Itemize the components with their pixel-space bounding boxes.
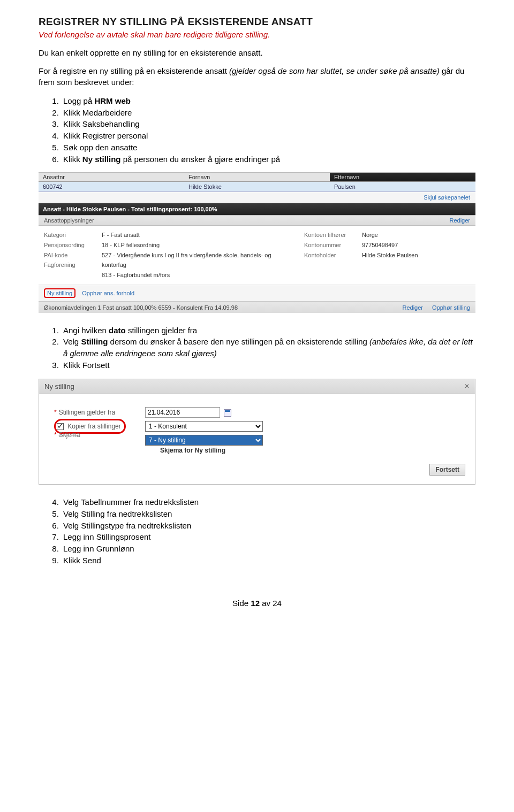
opphor-ans-forhold-link[interactable]: Opphør ans. forhold xyxy=(82,290,134,296)
list-item: Klikk Fortsett xyxy=(61,359,475,371)
detail-values-right: Norge 97750498497 Hilde Stokke Paulsen xyxy=(362,230,432,280)
action-links-row: Ny stilling Opphør ans. forhold xyxy=(39,285,475,302)
label-skjema: * Skjema xyxy=(54,431,145,439)
list-item: Velg Stillingstype fra nedtrekkslisten xyxy=(61,520,475,532)
edit-link[interactable]: Rediger xyxy=(449,217,470,224)
position-summary: Økonomiavdelingen 1 Fast ansatt 100,00% … xyxy=(44,304,238,311)
employee-details: Kategori Pensjonsording PAI-kode Fagfore… xyxy=(39,226,475,285)
edit-position-link[interactable]: Rediger xyxy=(402,304,423,311)
list-item: Logg på HRM web xyxy=(61,95,475,107)
position-row: Økonomiavdelingen 1 Fast ansatt 100,00% … xyxy=(39,302,475,313)
detail-labels-right: Kontoen tilhører Kontonummer Kontoholder xyxy=(304,230,352,280)
list-item: Velg Tabellnummer fra nedtrekkslisten xyxy=(61,496,475,508)
panel-title: Ansattopplysninger xyxy=(44,217,94,224)
list-item: Velg Stilling fra nedtrekkslisten xyxy=(61,508,475,520)
list-item: Angi hvilken dato stillingen gjelder fra xyxy=(61,325,475,336)
steps-list-b: Angi hvilken dato stillingen gjelder fra… xyxy=(61,325,475,371)
list-item: Velg Stilling dersom du ønsker å basere … xyxy=(61,336,475,359)
checkbox-kopier[interactable] xyxy=(57,423,64,430)
select-skjema[interactable]: 7 - Ny stilling xyxy=(145,435,263,446)
col-header-fornavn: Fornavn xyxy=(184,173,330,181)
list-item: Klikk Send xyxy=(61,555,475,566)
detail-values-left: F - Fast ansatt 18 - KLP fellesordning 5… xyxy=(102,230,294,280)
required-asterisk-icon: * xyxy=(54,431,57,439)
steps-list-a: Logg på HRM web Klikk Medarbeidere Klikk… xyxy=(61,95,475,165)
skjema-description: Skjema for Ny stilling xyxy=(160,447,465,454)
search-result-row[interactable]: 600742 Hilde Stokke Paulsen xyxy=(39,182,475,192)
list-item: Klikk Saksbehandling xyxy=(61,118,475,130)
list-item: Klikk Registrer personal xyxy=(61,130,475,142)
close-icon[interactable]: ✕ xyxy=(464,382,470,390)
select-kopier-stilling[interactable]: 1 - Konsulent xyxy=(145,421,263,432)
ny-stilling-link[interactable]: Ny stilling xyxy=(44,288,75,298)
label-stillingen-gjelder-fra: * Stillingen gjelder fra xyxy=(54,409,145,416)
opphor-stilling-link[interactable]: Opphør stilling xyxy=(432,304,470,311)
panel-header-ansattopplysninger: Ansattopplysninger Rediger xyxy=(39,215,475,226)
steps-list-c: Velg Tabellnummer fra nedtrekkslisten Ve… xyxy=(61,496,475,566)
form-row-skjema: * Skjema 7 - Ny stilling xyxy=(54,435,465,446)
col-header-ansattnr: Ansattnr xyxy=(39,173,184,181)
dialog-title: Ny stilling xyxy=(44,382,74,390)
form-row-date: * Stillingen gjelder fra xyxy=(54,407,465,418)
fortsett-button[interactable]: Fortsett xyxy=(429,464,465,476)
search-header: Ansattnr Fornavn Etternavn xyxy=(39,173,475,182)
list-item: Legg inn Grunnlønn xyxy=(61,543,475,555)
date-input[interactable] xyxy=(145,407,220,418)
para-intro: Du kan enkelt opprette en ny stilling fo… xyxy=(39,48,475,58)
dialog-titlebar: Ny stilling ✕ xyxy=(39,379,475,394)
cell-ansattnr: 600742 xyxy=(39,182,184,191)
para-instructions: For å registre en ny stilling på en eksi… xyxy=(39,66,475,88)
cell-etternavn: Paulsen xyxy=(330,182,475,191)
screenshot-employee-panel: Ansattnr Fornavn Etternavn 600742 Hilde … xyxy=(39,172,475,312)
cell-fornavn: Hilde Stokke xyxy=(184,182,330,191)
screenshot-ny-stilling-dialog: Ny stilling ✕ * Stillingen gjelder fra K… xyxy=(39,379,475,485)
subtitle-warning: Ved forlengelse av avtale skal man bare … xyxy=(39,30,475,39)
col-header-etternavn: Etternavn xyxy=(330,173,475,181)
calendar-icon[interactable] xyxy=(224,409,231,417)
page-footer: Side 12 av 24 xyxy=(39,599,475,608)
hide-search-panel-link[interactable]: Skjul søkepanelet xyxy=(39,192,475,203)
list-item: Klikk Medarbeidere xyxy=(61,107,475,119)
required-asterisk-icon: * xyxy=(54,409,57,416)
page-heading: REGISTRER NY STILLING PÅ EKSISTERENDE AN… xyxy=(39,16,475,28)
list-item: Legg inn Stillingsprosent xyxy=(61,531,475,543)
detail-labels-left: Kategori Pensjonsording PAI-kode Fagfore… xyxy=(44,230,92,280)
position-actions: Rediger Opphør stilling xyxy=(395,304,470,311)
list-item: Klikk Ny stilling på personen du ønsker … xyxy=(61,154,475,165)
list-item: Søk opp den ansatte xyxy=(61,142,475,154)
employee-title-bar: Ansatt - Hilde Stokke Paulsen - Total st… xyxy=(39,203,475,215)
